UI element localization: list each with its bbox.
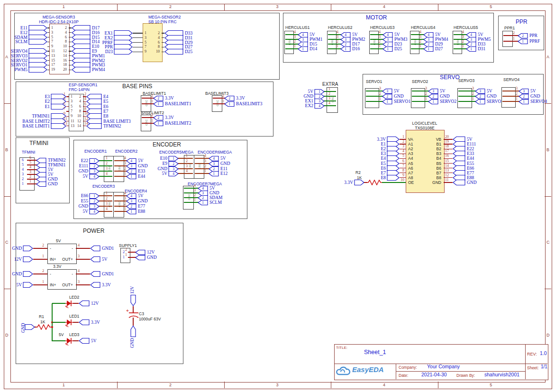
sheet-title[interactable]: Sheet_1 (364, 350, 386, 355)
easyeda-logo (336, 365, 352, 377)
title-block: TITLE: Sheet_1 REV: 1.0 EasyEDA Company:… (0, 0, 555, 392)
drawn-by-label: Drawn By: (456, 373, 475, 378)
date-label: Date: (399, 373, 408, 378)
company-value: Your Company (427, 364, 460, 369)
drawn-by-value: shahurvish2001 (484, 372, 519, 377)
rev-label: REV: (527, 352, 537, 356)
company-label: Company: (399, 365, 417, 370)
title-label: TITLE: (336, 346, 347, 350)
easyeda-logo-text: EasyEDA (352, 367, 384, 372)
divider (525, 344, 526, 379)
rev-value: 1.0 (540, 351, 547, 356)
date-value: 2021-04-30 (421, 372, 447, 377)
sheet-number-label: Sheet: (527, 365, 539, 370)
sheet-number-value: 1/1 (541, 365, 547, 369)
